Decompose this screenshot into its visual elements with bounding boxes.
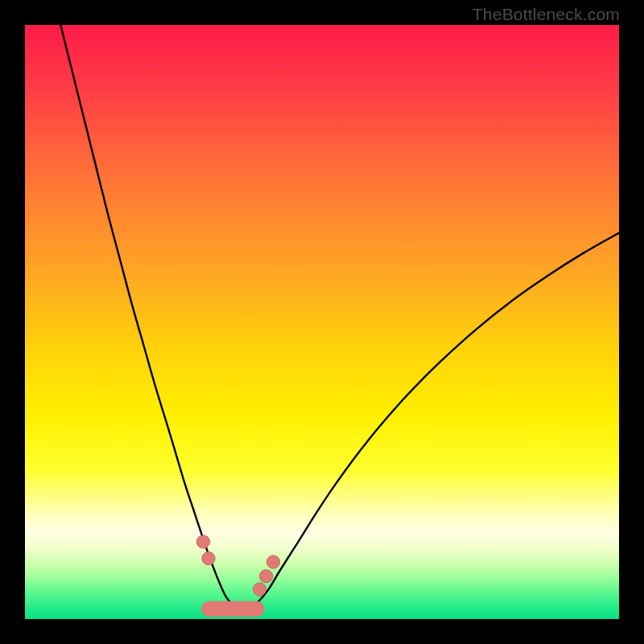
marker-dot	[202, 552, 215, 565]
chart-frame: TheBottleneck.com	[0, 0, 644, 644]
plot-area	[25, 25, 619, 619]
marker-dot	[260, 570, 273, 583]
marker-dot	[253, 583, 266, 596]
marker-dot	[196, 535, 209, 548]
marker-dot	[266, 555, 279, 568]
bottleneck-curve	[60, 25, 619, 609]
highlighted-points	[196, 535, 279, 596]
watermark-text: TheBottleneck.com	[473, 5, 620, 24]
curve-layer	[25, 25, 619, 619]
